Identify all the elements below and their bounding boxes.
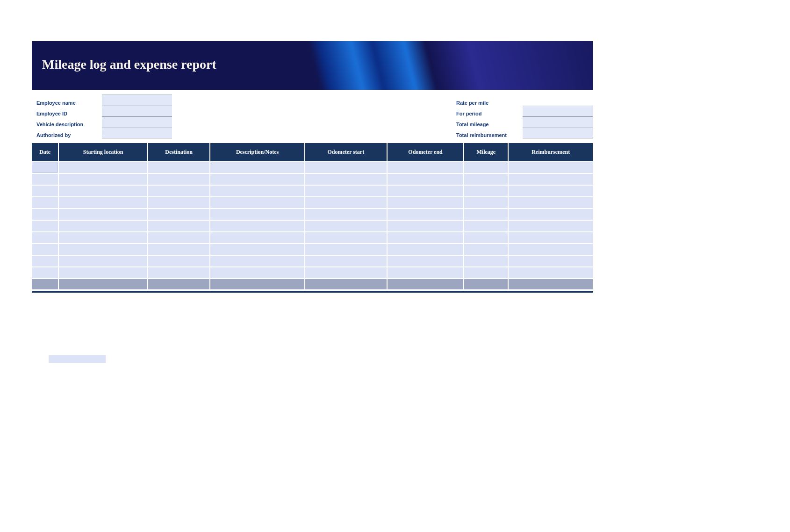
table-row xyxy=(32,267,593,279)
footer-cell[interactable] xyxy=(508,279,593,290)
table-cell[interactable] xyxy=(148,244,210,255)
table-cell[interactable] xyxy=(464,197,508,208)
table-cell[interactable] xyxy=(32,162,58,173)
table-cell[interactable] xyxy=(387,197,464,208)
table-cell[interactable] xyxy=(305,162,387,173)
table-cell[interactable] xyxy=(508,232,593,244)
input-total-mileage[interactable] xyxy=(523,117,593,128)
table-cell[interactable] xyxy=(148,185,210,197)
table-cell[interactable] xyxy=(148,197,210,208)
table-cell[interactable] xyxy=(148,173,210,185)
table-cell[interactable] xyxy=(305,267,387,279)
table-cell[interactable] xyxy=(32,197,58,208)
table-cell[interactable] xyxy=(148,208,210,220)
table-cell[interactable] xyxy=(210,255,305,267)
table-cell[interactable] xyxy=(210,162,305,173)
table-cell[interactable] xyxy=(464,173,508,185)
table-cell[interactable] xyxy=(148,232,210,244)
footer-cell[interactable] xyxy=(305,279,387,290)
table-cell[interactable] xyxy=(508,185,593,197)
table-cell[interactable] xyxy=(210,173,305,185)
table-cell[interactable] xyxy=(387,232,464,244)
table-cell[interactable] xyxy=(210,267,305,279)
table-cell[interactable] xyxy=(58,197,148,208)
table-cell[interactable] xyxy=(32,220,58,232)
table-cell[interactable] xyxy=(210,185,305,197)
table-cell[interactable] xyxy=(508,208,593,220)
input-total-reimbursement[interactable] xyxy=(523,128,593,139)
table-cell[interactable] xyxy=(305,185,387,197)
table-cell[interactable] xyxy=(508,267,593,279)
table-cell[interactable] xyxy=(508,197,593,208)
table-cell[interactable] xyxy=(32,173,58,185)
footer-cell[interactable] xyxy=(210,279,305,290)
footer-cell[interactable] xyxy=(148,279,210,290)
table-cell[interactable] xyxy=(464,267,508,279)
footer-cell[interactable] xyxy=(32,279,58,290)
table-cell[interactable] xyxy=(387,267,464,279)
table-cell[interactable] xyxy=(32,185,58,197)
table-cell[interactable] xyxy=(464,208,508,220)
table-cell[interactable] xyxy=(32,244,58,255)
table-cell[interactable] xyxy=(58,162,148,173)
table-cell[interactable] xyxy=(148,162,210,173)
table-cell[interactable] xyxy=(464,162,508,173)
table-cell[interactable] xyxy=(58,232,148,244)
table-cell[interactable] xyxy=(210,220,305,232)
input-vehicle-description[interactable] xyxy=(102,117,172,128)
input-authorized-by[interactable] xyxy=(102,128,172,139)
table-cell[interactable] xyxy=(58,173,148,185)
table-cell[interactable] xyxy=(210,197,305,208)
table-cell[interactable] xyxy=(305,173,387,185)
label-employee-name: Employee name xyxy=(36,97,76,108)
table-cell[interactable] xyxy=(305,220,387,232)
footer-cell[interactable] xyxy=(464,279,508,290)
input-for-period[interactable] xyxy=(523,106,593,117)
table-cell[interactable] xyxy=(32,232,58,244)
table-cell[interactable] xyxy=(32,267,58,279)
table-cell[interactable] xyxy=(387,185,464,197)
table-cell[interactable] xyxy=(210,232,305,244)
table-cell[interactable] xyxy=(148,220,210,232)
table-cell[interactable] xyxy=(58,244,148,255)
table-cell[interactable] xyxy=(387,244,464,255)
table-cell[interactable] xyxy=(508,162,593,173)
table-cell[interactable] xyxy=(387,255,464,267)
table-cell[interactable] xyxy=(464,232,508,244)
table-cell[interactable] xyxy=(32,208,58,220)
table-cell[interactable] xyxy=(387,220,464,232)
table-cell[interactable] xyxy=(148,267,210,279)
table-cell[interactable] xyxy=(305,232,387,244)
table-cell[interactable] xyxy=(210,208,305,220)
table-cell[interactable] xyxy=(32,255,58,267)
table-cell[interactable] xyxy=(508,255,593,267)
table-cell[interactable] xyxy=(305,255,387,267)
table-cell[interactable] xyxy=(210,244,305,255)
table-cell[interactable] xyxy=(305,244,387,255)
input-employee-id[interactable] xyxy=(102,106,172,117)
table-cell[interactable] xyxy=(58,208,148,220)
footer-cell[interactable] xyxy=(387,279,464,290)
table-cell[interactable] xyxy=(508,220,593,232)
header-banner: Mileage log and expense report xyxy=(32,41,593,90)
table-cell[interactable] xyxy=(508,173,593,185)
table-cell[interactable] xyxy=(305,197,387,208)
table-cell[interactable] xyxy=(464,185,508,197)
table-cell[interactable] xyxy=(58,267,148,279)
table-cell[interactable] xyxy=(464,255,508,267)
table-cell[interactable] xyxy=(387,173,464,185)
footer-cell[interactable] xyxy=(58,279,148,290)
table-row xyxy=(32,185,593,197)
table-cell[interactable] xyxy=(387,162,464,173)
table-cell[interactable] xyxy=(464,244,508,255)
table-cell[interactable] xyxy=(464,220,508,232)
table-cell[interactable] xyxy=(305,208,387,220)
table-cell[interactable] xyxy=(148,255,210,267)
table-cell[interactable] xyxy=(387,208,464,220)
table-cell[interactable] xyxy=(58,185,148,197)
input-employee-name[interactable] xyxy=(102,95,172,106)
table-cell[interactable] xyxy=(58,220,148,232)
table-cell[interactable] xyxy=(508,244,593,255)
table-cell[interactable] xyxy=(58,255,148,267)
right-input-column xyxy=(523,106,593,138)
